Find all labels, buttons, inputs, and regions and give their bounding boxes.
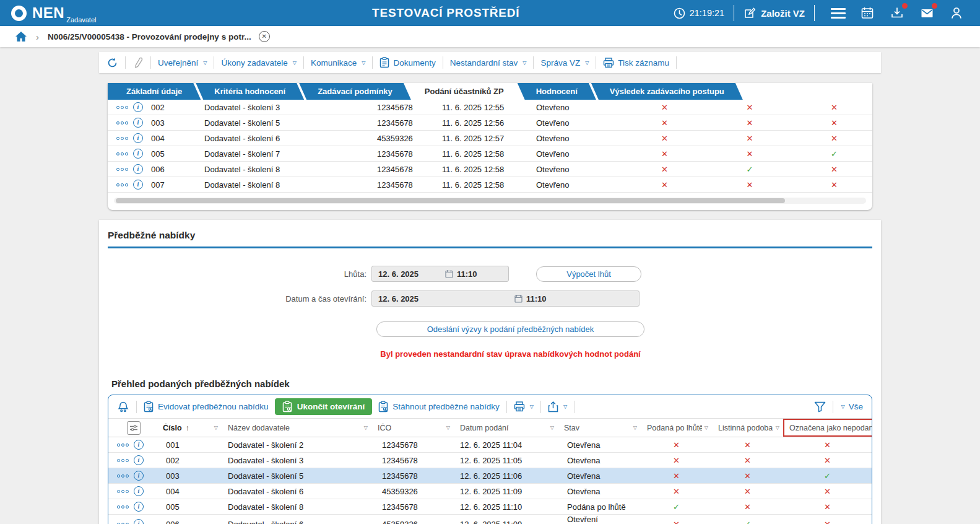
tab-1[interactable]: Základní údaje [108,83,201,100]
column-header-5[interactable]: Stav▽ [558,419,641,437]
column-filter-icon[interactable]: ▽ [773,425,779,430]
download-offers-button[interactable]: Stáhnout předběžné nabídky [378,401,500,413]
filter-funnel-icon[interactable] [814,401,826,413]
menu-vz-admin[interactable]: Správa VZ▽ [540,58,589,68]
column-filter-icon[interactable]: ▽ [362,425,368,430]
breadcrumb-item[interactable]: N006/25/V00005438 - Provozování prodejny… [48,32,251,41]
column-settings-icon[interactable] [127,421,141,435]
register-offer-button[interactable]: Evidovat předběžnou nabídku [144,401,269,413]
column-filter-icon[interactable]: ▽ [548,425,554,430]
participant-row-003[interactable]: i 003 Dodavatel - školení 5 12345678 11.… [108,115,872,131]
column-filter-icon[interactable]: ▽ [444,425,450,430]
messages-icon[interactable] [919,5,935,21]
column-header-2[interactable]: Název dodavatele▽ [222,419,371,437]
notification-bell-icon[interactable] [117,401,129,413]
participant-row-002[interactable]: i 002 Dodavatel - školení 3 12345678 11.… [108,100,872,115]
create-vz-button[interactable]: Založit VZ [744,7,805,19]
info-icon[interactable]: i [133,164,143,174]
participant-row-004[interactable]: i 004 Dodavatel - školení 6 45359326 11.… [108,131,872,146]
tab-4[interactable]: Podání účastníků ZP [406,83,523,100]
close-record-icon[interactable]: ✕ [259,31,270,42]
menu-communication[interactable]: Komunikace▽ [311,58,365,68]
info-icon[interactable]: i [134,440,144,450]
offer-row-004[interactable]: i 004 Dodavatel - školení 6 45359326 12.… [108,484,872,499]
info-icon[interactable]: i [134,519,144,524]
row-actions-icon[interactable] [117,443,129,447]
info-icon[interactable]: i [133,133,143,143]
participant-row-005[interactable]: i 005 Dodavatel - školení 7 12345678 11.… [108,146,872,162]
clock: 21:19:21 [674,7,724,19]
info-icon[interactable]: i [134,486,144,496]
column-filter-icon[interactable]: ▽ [702,425,708,430]
info-icon[interactable]: i [133,180,143,190]
downloads-icon[interactable] [889,5,905,21]
cell-number: 003 [157,471,222,481]
tab-5[interactable]: Hodnocení [518,83,596,100]
info-icon[interactable]: i [134,455,144,465]
clipboard-plus-icon [144,401,154,413]
row-actions-icon[interactable] [116,121,128,124]
info-icon[interactable]: i [134,502,144,512]
tab-6[interactable]: Výsledek zadávacího postupu [591,83,743,100]
participant-row-006[interactable]: i 006 Dodavatel - školení 8 12345678 11.… [108,162,872,177]
opening-datetime-field[interactable]: 12. 6. 2025 11:10 [371,290,640,307]
offer-row-005[interactable]: i 005 Dodavatel - školení 8 12345678 12.… [108,499,872,515]
row-actions-icon[interactable] [117,459,129,462]
filter-scope-select[interactable]: ▽Vše [840,402,863,411]
column-header-6[interactable]: Podaná po lhůtě▽ [641,419,712,437]
column-header-3[interactable]: IČO▽ [371,419,454,437]
menu-contractor-actions[interactable]: Úkony zadavatele▽ [221,58,296,68]
cell-number: 001 [157,440,222,450]
scrollbar-thumb[interactable] [116,198,785,203]
calc-deadlines-button[interactable]: Výpočet lhůt [536,266,641,282]
column-filter-icon[interactable]: ▽ [212,425,218,430]
info-icon[interactable]: i [134,471,144,481]
home-icon[interactable] [15,31,27,42]
column-filter-icon[interactable]: ▽ [631,425,637,430]
tab-3[interactable]: Zadávací podmínky [299,83,411,100]
menu-documents[interactable]: Dokumenty [379,57,435,68]
cell-supplier: Dodavatel - školení 8 [222,502,371,512]
info-icon[interactable]: i [133,102,143,112]
record-toolbar: Uveřejnění▽ Úkony zadavatele▽ Komunikace… [99,52,881,73]
row-actions-icon[interactable] [116,137,128,140]
info-icon[interactable]: i [133,149,143,159]
column-header-8[interactable]: Označena jako nepodaná▽ [783,419,872,437]
offer-row-006[interactable]: i 006 Dodavatel - školení 6 45359326 12.… [108,515,872,524]
offer-row-002[interactable]: i 002 Dodavatel - školení 3 12345678 12.… [108,453,872,468]
row-actions-icon[interactable] [117,474,129,478]
calendar-icon[interactable] [859,5,875,21]
deadline-datetime-field[interactable]: 12. 6. 2025 11:10 [371,266,509,282]
cell-submitted: 11. 6. 2025 12:58 [436,180,527,190]
row-actions-icon[interactable] [117,490,129,493]
edit-button[interactable] [132,57,144,68]
row-actions-icon[interactable] [116,106,128,109]
row-actions-icon[interactable] [116,152,128,155]
info-icon[interactable]: i [133,118,143,128]
column-header-7[interactable]: Listinná podoba▽ [712,419,783,437]
tab-2[interactable]: Kritéria hodnocení [196,83,304,100]
refresh-button[interactable] [106,57,118,69]
print-table-button[interactable]: ▽ [514,401,534,412]
offer-row-001[interactable]: i 001 Dodavatel - školení 2 12345678 12.… [108,437,872,453]
menu-publish[interactable]: Uveřejnění▽ [158,58,207,68]
menu-icon[interactable] [831,8,846,19]
participant-row-007[interactable]: i 007 Dodavatel - školení 8 12345678 11.… [108,177,872,193]
cell-ico: 12345678 [371,471,454,481]
menu-nonstandard-state[interactable]: Nestandardní stav▽ [450,58,527,68]
export-button[interactable]: ▽ [548,401,567,413]
send-call-button[interactable]: Odeslání výzvy k podání předběžných nabí… [376,321,644,337]
column-header-4[interactable]: Datum podání▽ [454,419,558,437]
cell-status: Otevřena [558,456,641,465]
section-title: Předběžné nabídky [108,230,872,241]
row-actions-icon[interactable] [117,505,129,509]
finish-opening-button[interactable]: Ukončit otevírání [275,398,373,415]
row-actions-icon[interactable] [116,183,128,186]
chevron-down-icon: ▽ [585,60,589,66]
row-actions-icon[interactable] [116,168,128,171]
offer-row-003[interactable]: i 003 Dodavatel - školení 5 12345678 12.… [108,468,872,484]
app-header: NEN Zadavatel TESTOVACÍ PROSTŘEDÍ 21:19:… [0,0,980,26]
print-record-button[interactable]: Tisk záznamu [603,58,669,68]
user-profile-icon[interactable] [948,5,965,21]
column-header-1[interactable]: Číslo↑▽ [157,419,222,437]
